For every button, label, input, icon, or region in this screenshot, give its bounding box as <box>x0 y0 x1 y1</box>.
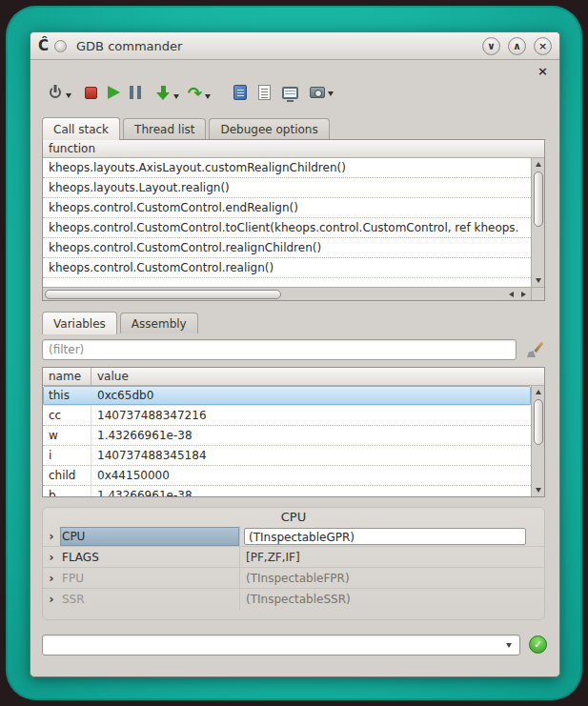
chevron-down-icon[interactable] <box>205 94 211 99</box>
variable-value: 0xc65db0 <box>91 386 531 405</box>
cpu-row-fpu[interactable]: › FPU (TInspectableFPR) <box>43 568 544 589</box>
filter-input[interactable] <box>42 339 517 360</box>
minimize-button[interactable]: ∨ <box>482 37 500 55</box>
chevron-down-icon[interactable] <box>173 94 179 99</box>
chevron-down-icon[interactable] <box>328 91 334 96</box>
tab-debugee-options[interactable]: Debugee options <box>209 118 329 139</box>
monitor-button[interactable] <box>282 87 298 99</box>
scrollbar-thumb[interactable] <box>534 171 543 227</box>
variable-name: w <box>43 426 91 445</box>
register-group-name[interactable]: FPU <box>60 569 239 588</box>
cpu-row-cpu[interactable]: › CPU (TInspectableGPR) <box>43 526 544 547</box>
call-stack-row[interactable]: kheops.control.CustomControl.realign() <box>43 258 531 278</box>
horizontal-scrollbar[interactable] <box>43 287 531 300</box>
power-icon <box>48 85 63 100</box>
notebook-icon <box>233 85 247 100</box>
variables-header: name value <box>43 368 544 386</box>
register-group-name[interactable]: SSR <box>60 590 239 609</box>
variable-value: 1.43266961e-38 <box>91 486 531 496</box>
play-icon <box>108 86 120 99</box>
call-stack-list: kheops.layouts.AxisLayout.customRealignC… <box>43 158 531 287</box>
camera-icon <box>310 87 325 98</box>
scroll-right-icon[interactable] <box>517 288 530 300</box>
variable-name: this <box>43 386 91 405</box>
register-value-field[interactable]: (TInspectableGPR) <box>244 528 526 545</box>
call-stack-row[interactable]: kheops.control.CustomControl.realignChil… <box>43 238 531 258</box>
clear-filter-broom-icon[interactable] <box>524 340 543 359</box>
call-stack-header[interactable]: function <box>43 140 544 158</box>
cpu-groupbox: CPU › CPU (TInspectableGPR) › FLAGS [PF,… <box>42 507 545 620</box>
call-stack-row[interactable]: kheops.layouts.Layout.realign() <box>43 178 531 198</box>
step-into-button[interactable] <box>155 85 179 101</box>
variable-name: cc <box>43 406 91 425</box>
maximize-button[interactable]: ∧ <box>508 37 526 55</box>
scrollbar-thumb[interactable] <box>45 290 281 299</box>
variable-row-b[interactable]: b 1.43266961e-38 <box>43 486 531 496</box>
gdb-command-input[interactable] <box>43 635 519 655</box>
variables-tabbar: Variables Assembly <box>42 312 201 333</box>
vertical-scrollbar[interactable] <box>531 158 544 287</box>
variable-value: 1.43266961e-38 <box>91 426 531 445</box>
app-icon[interactable]: Ĉ <box>38 39 49 53</box>
scroll-left-icon[interactable] <box>505 288 517 300</box>
variable-row-this[interactable]: this 0xc65db0 <box>43 386 531 406</box>
window-title: GDB commander <box>76 39 182 53</box>
call-stack-row[interactable]: kheops.control.CustomControl.endRealign(… <box>43 198 531 218</box>
titlebar[interactable]: Ĉ GDB commander ∨ ∧ × <box>30 32 559 60</box>
chevron-down-icon[interactable] <box>66 93 71 98</box>
chevron-down-icon[interactable] <box>506 643 512 648</box>
variable-name: child <box>43 466 91 485</box>
scroll-up-icon[interactable] <box>532 158 544 171</box>
value-column-header[interactable]: value <box>91 370 544 383</box>
register-value: (TInspectableFPR) <box>240 572 544 585</box>
stop-button[interactable] <box>85 87 97 99</box>
gdb-command-combobox[interactable] <box>42 635 520 656</box>
variable-value: 140737488347216 <box>91 406 531 425</box>
tab-variables[interactable]: Variables <box>42 312 117 334</box>
tab-call-stack[interactable]: Call stack <box>42 117 120 140</box>
expander-icon[interactable]: › <box>43 589 60 610</box>
snapshot-button[interactable] <box>310 87 334 98</box>
pause-button[interactable] <box>130 86 141 99</box>
register-value: [PF,ZF,IF] <box>240 551 544 564</box>
call-stack-row[interactable]: kheops.layouts.AxisLayout.customRealignC… <box>43 158 531 178</box>
variable-row-w[interactable]: w 1.43266961e-38 <box>43 426 531 446</box>
register-group-name[interactable]: CPU <box>60 527 239 546</box>
filter-row <box>42 339 545 360</box>
vertical-scrollbar[interactable] <box>531 386 544 496</box>
document-list-button[interactable] <box>258 85 271 100</box>
step-into-icon <box>155 85 171 101</box>
scroll-up-icon[interactable] <box>532 386 544 398</box>
variables-panel: name value this 0xc65db0 cc 140737488347… <box>42 367 545 497</box>
tab-thread-list[interactable]: Thread list <box>123 118 206 139</box>
dock-close-icon[interactable]: × <box>537 65 548 77</box>
power-button[interactable] <box>48 85 71 100</box>
run-button[interactable] <box>108 86 120 99</box>
tab-assembly[interactable]: Assembly <box>120 313 198 333</box>
cpu-row-ssr[interactable]: › SSR (TInspectableSSR) <box>43 589 544 610</box>
step-over-button[interactable]: ↷ <box>188 85 211 101</box>
notebook-button[interactable] <box>233 85 247 100</box>
call-stack-row[interactable]: kheops.control.CustomControl.toClient(kh… <box>43 218 531 238</box>
step-over-icon: ↷ <box>188 85 202 101</box>
register-value: (TInspectableSSR) <box>240 593 544 606</box>
window-menu-icon <box>54 40 67 52</box>
send-command-button[interactable]: ✓ <box>529 635 547 654</box>
command-bar: ✓ <box>42 634 547 656</box>
scroll-down-icon[interactable] <box>532 274 544 287</box>
name-column-header[interactable]: name <box>43 368 91 385</box>
expander-icon[interactable]: › <box>43 568 60 589</box>
top-tabbar: Call stack Thread list Debugee options <box>42 117 333 139</box>
scrollbar-thumb[interactable] <box>534 399 543 445</box>
cpu-row-flags[interactable]: › FLAGS [PF,ZF,IF] <box>43 547 544 568</box>
variable-row-i[interactable]: i 140737488345184 <box>43 446 531 466</box>
call-stack-panel: function kheops.layouts.AxisLayout.custo… <box>42 139 545 301</box>
decorative-teal-frame: Ĉ GDB commander ∨ ∧ × × <box>6 6 582 700</box>
scroll-down-icon[interactable] <box>532 484 544 496</box>
variable-row-cc[interactable]: cc 140737488347216 <box>43 406 531 426</box>
expander-icon[interactable]: › <box>43 526 60 547</box>
expander-icon[interactable]: › <box>43 547 60 568</box>
variable-row-child[interactable]: child 0x44150000 <box>43 466 531 486</box>
register-group-name[interactable]: FLAGS <box>60 548 239 567</box>
close-button[interactable]: × <box>534 37 552 55</box>
